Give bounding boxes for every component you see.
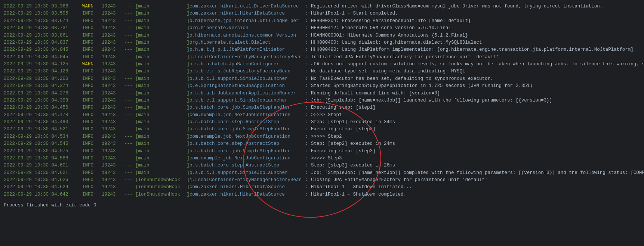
log-level: INFO	[82, 177, 102, 184]
separator: ---	[124, 177, 135, 184]
timestamp: 2022-09-29 10:30:04.398	[4, 97, 82, 104]
class-name: o.s.batch.core.job.SimpleStepHandler	[189, 148, 305, 155]
timestamp: 2022-09-29 10:30:03.674	[4, 18, 82, 25]
separator: ---	[124, 104, 135, 111]
log-line: 2022-09-29 10:30:04.521 INFO 19243 --- […	[4, 126, 640, 133]
thread: main	[138, 140, 187, 147]
thread: main	[138, 148, 187, 155]
log-message: : Job: [SimpleJob: [name=nextJob]] compl…	[305, 169, 644, 177]
log-level: INFO	[82, 112, 102, 119]
thread-bracket-close: ]	[187, 104, 190, 111]
thread: main	[138, 32, 187, 39]
log-message: : Executing step: [step3]	[305, 148, 376, 155]
log-message: : Running default command line with: [ve…	[305, 90, 440, 97]
class-name: com.zaxxer.hikari.util.DriverDataSource	[189, 3, 305, 10]
log-line: 2022-09-29 10:30:04.045 INFO 19243 --- […	[4, 46, 640, 53]
pid: 19243	[102, 68, 124, 75]
thread-bracket-close: ]	[187, 112, 190, 119]
pid: 19243	[102, 97, 124, 104]
timestamp: 2022-09-29 10:30:04.037	[4, 39, 82, 46]
pid: 19243	[102, 191, 124, 198]
log-message: : HHH000204: Processing PersistenceUnitI…	[305, 18, 471, 25]
thread-bracket-close: ]	[187, 184, 190, 191]
timestamp: 2022-09-29 10:30:04.456	[4, 104, 82, 111]
thread: main	[138, 97, 187, 104]
pid: 19243	[102, 104, 124, 111]
log-message: : >>>>> Step3	[305, 155, 342, 162]
pid: 19243	[102, 184, 124, 191]
log-line: 2022-09-29 10:30:04.601 INFO 19243 --- […	[4, 162, 640, 169]
class-name: com.example.job.NextJobConfiguration	[189, 133, 305, 140]
separator: ---	[124, 97, 135, 104]
separator: ---	[124, 133, 135, 140]
timestamp: 2022-09-29 10:30:04.575	[4, 148, 82, 155]
thread-bracket-close: ]	[187, 133, 190, 140]
thread-bracket-close: ]	[187, 126, 190, 133]
log-level: INFO	[82, 155, 102, 162]
log-level: WARN	[82, 61, 102, 68]
log-message: : HCANN000001: Hibernate Commons Annotat…	[305, 32, 468, 39]
timestamp: 2022-09-29 10:30:04.125	[4, 61, 82, 68]
class-name: o.s.batch.core.step.AbstractStep	[189, 162, 305, 169]
class-name: c.e.SpringBatchStudyJpaApplication	[189, 82, 305, 90]
thread: main	[138, 112, 187, 119]
thread: main	[138, 119, 187, 126]
thread-bracket-open: [	[135, 10, 138, 17]
thread: main	[138, 75, 187, 82]
thread: ionShutdownHook	[138, 177, 187, 184]
pid: 19243	[102, 148, 124, 155]
separator: ---	[124, 191, 135, 198]
thread-bracket-open: [	[135, 90, 138, 97]
separator: ---	[124, 90, 135, 97]
thread-bracket-close: ]	[187, 140, 190, 147]
log-line: 2022-09-29 10:30:04.575 INFO 19243 --- […	[4, 148, 640, 155]
thread-bracket-open: [	[135, 18, 138, 25]
separator: ---	[124, 39, 135, 46]
thread: main	[138, 162, 187, 169]
thread: main	[138, 68, 187, 75]
log-message: : Executing step: [step1]	[305, 104, 376, 111]
log-message: : >>>>> Step2	[305, 133, 342, 140]
log-message: : HikariPool-1 - Shutdown initiated...	[305, 184, 412, 191]
thread-bracket-open: [	[135, 191, 138, 198]
log-line: 2022-09-29 10:30:03.731 INFO 19243 --- […	[4, 25, 640, 32]
log-message: : HHH000400: Using dialect: org.hibernat…	[305, 39, 482, 46]
pid: 19243	[102, 169, 124, 177]
thread: main	[138, 39, 187, 46]
log-message: : No database type set, using meta data …	[305, 68, 465, 75]
pid: 19243	[102, 25, 124, 32]
log-level: INFO	[82, 169, 102, 177]
thread-bracket-close: ]	[187, 155, 190, 162]
thread: main	[138, 54, 187, 61]
class-name: o.s.b.c.l.support.SimpleJobLauncher	[189, 75, 305, 82]
timestamp: 2022-09-29 10:30:04.274	[4, 82, 82, 90]
log-line: 2022-09-29 10:30:04.621 INFO 19243 --- […	[4, 169, 640, 177]
log-line: 2022-09-29 10:30:04.128 INFO 19243 --- […	[4, 68, 640, 75]
log-line: 2022-09-29 10:30:04.478 INFO 19243 --- […	[4, 112, 640, 119]
separator: ---	[124, 148, 135, 155]
thread-bracket-close: ]	[187, 10, 190, 17]
thread-bracket-open: [	[135, 162, 138, 169]
separator: ---	[124, 82, 135, 90]
thread-bracket-close: ]	[187, 75, 190, 82]
pid: 19243	[102, 112, 124, 119]
separator: ---	[124, 46, 135, 53]
log-line: 2022-09-29 10:30:04.200 INFO 19243 --- […	[4, 75, 640, 82]
log-level: INFO	[82, 54, 102, 61]
class-name: j.LocalContainerEntityManagerFactoryBean	[189, 177, 305, 184]
log-lines: 2022-09-29 10:30:03.366 WARN 19243 --- […	[4, 3, 640, 198]
thread-bracket-close: ]	[187, 162, 190, 169]
log-container: 2022-09-29 10:30:03.366 WARN 19243 --- […	[4, 3, 640, 209]
thread-bracket-close: ]	[187, 97, 190, 104]
log-line: 2022-09-29 10:30:03.366 WARN 19243 --- […	[4, 3, 640, 10]
log-message: : No TaskExecutor has been set, defaulti…	[305, 75, 493, 82]
log-line: 2022-09-29 10:30:04.626 INFO 19243 --- […	[4, 177, 640, 184]
separator: ---	[124, 140, 135, 147]
timestamp: 2022-09-29 10:30:04.545	[4, 140, 82, 147]
log-line: 2022-09-29 10:30:04.534 INFO 19243 --- […	[4, 133, 640, 140]
pid: 19243	[102, 18, 124, 25]
separator: ---	[124, 3, 135, 10]
separator: ---	[124, 54, 135, 61]
log-message: : JPA does not support custom isolation …	[305, 61, 644, 68]
log-level: INFO	[82, 25, 102, 32]
